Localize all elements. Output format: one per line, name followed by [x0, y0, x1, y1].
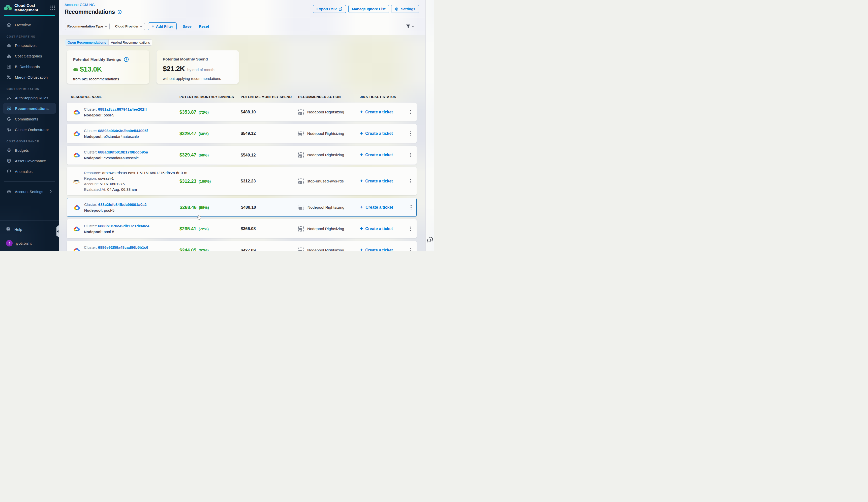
sidebar-item-margin-obfuscation[interactable]: Margin Obfuscation: [0, 72, 59, 82]
home-icon: [7, 22, 11, 27]
manage-ignore-list-button[interactable]: Manage Ignore List: [348, 5, 389, 13]
ccm-cloud-dollar-logo-icon: $: [4, 4, 12, 12]
row-menu-kebab-icon[interactable]: [408, 130, 412, 137]
cluster-link[interactable]: 6886e92f59a48cad86b5b1c6: [98, 245, 148, 250]
spend-card-title: Potential Monthly Spend: [163, 57, 208, 62]
header-actions: Export CSV Manage Ignore List Settings: [313, 5, 419, 13]
save-filter-link[interactable]: Save: [183, 24, 192, 29]
cluster-link[interactable]: 68898c064e3e2ba0e544005f: [98, 128, 148, 133]
sidebar-item-label: Anomalies: [15, 169, 32, 174]
create-ticket-button[interactable]: + Create a ticket: [360, 110, 410, 114]
nodepool-rightsizing-icon: [298, 205, 304, 210]
cluster-link[interactable]: 6888b1c70e49db17c1de60c4: [98, 224, 149, 228]
plus-icon: +: [360, 178, 363, 184]
question-circle-icon[interactable]: ?: [124, 57, 129, 62]
gcp-icon: [73, 109, 80, 115]
spend-value: $488.10: [241, 205, 256, 209]
sidebar-item-bi-dashboards[interactable]: BI Dashboards: [0, 61, 59, 72]
row-menu-kebab-icon[interactable]: [408, 108, 412, 116]
sidebar-item-cluster-orchestrator[interactable]: Cluster Orchestrator: [0, 124, 59, 135]
aws-icon: [73, 178, 80, 185]
page-header: Account: CCM-NG Recommendations Export C…: [59, 0, 434, 18]
gcp-icon: [73, 226, 80, 232]
tab-open-recommendations[interactable]: Open Recommendations: [65, 40, 108, 45]
dashboard-icon: [7, 64, 11, 69]
table-row[interactable]: Cluster: 6888b1c70e49db17c1de60c4 Nodepo…: [67, 219, 417, 238]
spend-note: by end of month: [187, 65, 215, 72]
cluster-link[interactable]: 6881a3ccc887941a4ee202ff: [98, 107, 147, 112]
create-ticket-button[interactable]: + Create a ticket: [360, 131, 410, 136]
settings-button[interactable]: Settings: [391, 5, 419, 13]
sidebar-item-anomalies[interactable]: Anomalies: [0, 166, 59, 177]
filter-bar: Recommendation Type Cloud Provider + Add…: [59, 18, 434, 35]
manage-ignore-list-label: Manage Ignore List: [352, 7, 385, 11]
recommended-action-label: Nodepool Rightsizing: [307, 110, 344, 114]
chevron-down-icon: [140, 25, 143, 28]
sidebar-item-cost-categories[interactable]: Cost Categories: [0, 51, 59, 61]
avatar[interactable]: J: [6, 240, 13, 247]
filter-panel-toggle[interactable]: [406, 24, 414, 29]
row-menu-kebab-icon[interactable]: [408, 151, 412, 159]
row-menu-kebab-icon[interactable]: [408, 247, 412, 251]
recommendations-tabs: Open Recommendations Applied Recommendat…: [65, 39, 152, 45]
recommended-action-label: Nodepool Rightsizing: [307, 248, 344, 251]
savings-value: $244.05: [179, 248, 196, 251]
shield-dollar-icon: $: [7, 158, 11, 163]
section-cost-reporting: COST REPORTING: [0, 30, 59, 40]
add-filter-button[interactable]: + Add Filter: [148, 22, 176, 30]
svg-text:?: ?: [8, 228, 9, 230]
sidebar-item-recommendations[interactable]: Recommendations: [3, 103, 56, 114]
table-row[interactable]: Resource: arn:aws:rds:us-east-1:51161680…: [67, 167, 417, 195]
sidebar-bottom: ? Help J jyoti.bisht: [0, 220, 59, 251]
user-row[interactable]: J jyoti.bisht: [0, 238, 59, 249]
cluster-link[interactable]: 688c2fefc84fbdc99801a0a2: [98, 202, 147, 207]
row-menu-kebab-icon[interactable]: [408, 177, 412, 185]
gear-icon: [395, 7, 399, 11]
sidebar-item-autostopping-rules[interactable]: AutoStopping Rules: [0, 93, 59, 103]
recommendation-type-dropdown[interactable]: Recommendation Type: [65, 23, 110, 30]
gcp-icon: [73, 130, 80, 137]
recommendation-count: 621: [82, 77, 88, 81]
export-csv-button[interactable]: Export CSV: [313, 5, 346, 13]
breadcrumb[interactable]: Account: CCM-NG: [64, 3, 95, 7]
sidebar-item-commitments[interactable]: Commitments: [0, 114, 59, 124]
sidebar-item-asset-governance[interactable]: $ Asset Governance: [0, 156, 59, 166]
table-row-selected[interactable]: Cluster: 688c2fefc84fbdc99801a0a2 Nodepo…: [67, 198, 417, 217]
cluster-link[interactable]: 688add6fb019b17f9bccb95a: [98, 150, 148, 154]
piggy-bank-icon: $: [7, 148, 11, 153]
create-ticket-button[interactable]: + Create a ticket: [360, 153, 410, 157]
sidebar-item-label: AutoStopping Rules: [15, 96, 48, 100]
chat-support-icon[interactable]: [427, 237, 434, 243]
create-ticket-button[interactable]: + Create a ticket: [360, 179, 410, 184]
reset-filter-link[interactable]: Reset: [199, 24, 209, 29]
money-bills-icon: [73, 67, 79, 72]
tab-applied-recommendations[interactable]: Applied Recommendations: [108, 40, 152, 45]
row-menu-kebab-icon[interactable]: [409, 203, 413, 211]
main-content: Account: CCM-NG Recommendations Export C…: [59, 0, 434, 251]
table-row[interactable]: Cluster: 68898c064e3e2ba0e544005f Nodepo…: [67, 124, 417, 143]
sidebar-item-account-settings[interactable]: Account Settings: [0, 186, 59, 197]
sidebar-item-overview[interactable]: Overview: [0, 19, 59, 30]
spend-value: $427.09: [241, 248, 256, 251]
gcp-icon: [73, 247, 80, 251]
right-rail: [425, 0, 434, 251]
recommended-action-label: Nodepool Rightsizing: [307, 131, 344, 136]
spend-value: $366.08: [241, 226, 256, 231]
sidebar-item-label: Asset Governance: [15, 159, 46, 163]
table-row[interactable]: Cluster: 688add6fb019b17f9bccb95a Nodepo…: [67, 146, 417, 165]
create-ticket-button[interactable]: + Create a ticket: [360, 227, 410, 231]
create-ticket-button[interactable]: + Create a ticket: [360, 248, 410, 251]
sidebar-item-label: Perspectives: [15, 43, 37, 48]
create-ticket-button[interactable]: + Create a ticket: [360, 205, 411, 210]
summary-cards: Potential Monthly Savings ?: [67, 50, 434, 84]
recommendation-bubble-icon: [7, 106, 11, 111]
table-row[interactable]: Cluster: 6881a3ccc887941a4ee202ff Nodepo…: [67, 103, 417, 122]
app-grid-icon[interactable]: [50, 5, 55, 11]
row-menu-kebab-icon[interactable]: [408, 225, 412, 232]
cloud-provider-dropdown[interactable]: Cloud Provider: [113, 23, 145, 30]
info-icon[interactable]: [117, 10, 122, 14]
sidebar-item-help[interactable]: ? Help: [0, 224, 59, 235]
sidebar-item-perspectives[interactable]: Perspectives: [0, 40, 59, 51]
table-row[interactable]: Cluster: 6886e92f59a48cad86b5b1c6 Nodepo…: [67, 241, 417, 251]
sidebar-item-budgets[interactable]: $ Budgets: [0, 145, 59, 156]
